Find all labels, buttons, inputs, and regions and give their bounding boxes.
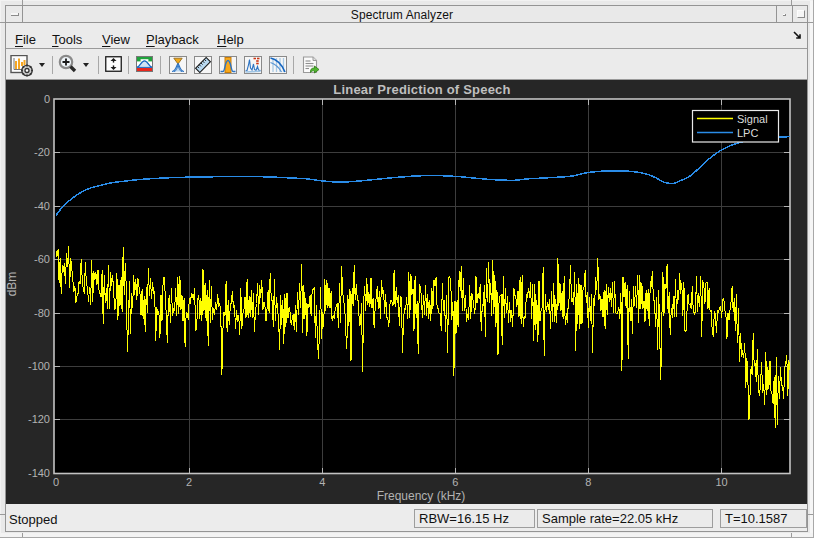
svg-text:-40: -40: [34, 200, 50, 212]
svg-text:Frequency (kHz): Frequency (kHz): [377, 489, 466, 503]
svg-text:4: 4: [319, 476, 325, 488]
svg-text:2: 2: [186, 476, 192, 488]
svg-text:dBm: dBm: [6, 272, 19, 297]
svg-text:-60: -60: [34, 253, 50, 265]
svg-text:8: 8: [585, 476, 591, 488]
svg-text:-140: -140: [28, 467, 50, 479]
svg-text:-20: -20: [34, 146, 50, 158]
svg-text:-80: -80: [34, 307, 50, 319]
svg-text:Signal: Signal: [737, 113, 768, 125]
svg-text:LPC: LPC: [737, 127, 758, 139]
svg-text:0: 0: [44, 93, 50, 105]
svg-text:-120: -120: [28, 413, 50, 425]
svg-text:10: 10: [715, 476, 727, 488]
svg-text:-100: -100: [28, 360, 50, 372]
svg-text:6: 6: [452, 476, 458, 488]
svg-text:0: 0: [53, 476, 59, 488]
svg-text:Linear Prediction of Speech: Linear Prediction of Speech: [333, 82, 510, 97]
